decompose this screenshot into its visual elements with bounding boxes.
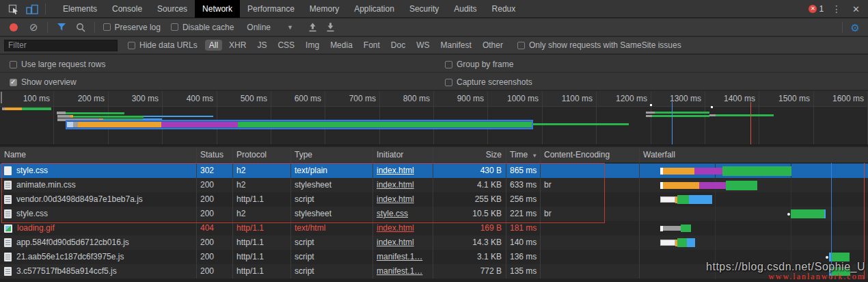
export-har-icon[interactable]	[326, 23, 335, 32]
table-row[interactable]: 21.aab56e1c187dc6f3975e.js200http/1.1scr…	[0, 250, 868, 264]
console-error-badge[interactable]: ✕ 1	[809, 4, 824, 14]
filter-pill-css[interactable]: CSS	[273, 40, 299, 51]
table-row[interactable]: 3.c577517fb485a914ccf5.js200http/1.1scri…	[0, 264, 868, 279]
waterfall-bar-segment	[699, 182, 726, 189]
samesite-checkbox[interactable]	[517, 42, 525, 49]
filter-funnel-icon[interactable]	[57, 23, 66, 31]
tab-memory[interactable]: Memory	[302, 0, 347, 18]
record-network-log-icon[interactable]	[10, 23, 18, 31]
search-icon[interactable]	[76, 23, 85, 32]
error-icon: ✕	[809, 5, 817, 13]
cell-size: 430 B	[433, 164, 506, 178]
more-options-icon[interactable]: ⋮	[830, 0, 843, 18]
cell-initiator[interactable]: index.html	[372, 221, 433, 235]
table-row[interactable]: vendor.00d3498d849a7e1beb7a.js200http/1.…	[0, 192, 868, 207]
overview-waterfall-bar	[646, 115, 652, 117]
throttling-value: Online	[247, 23, 271, 32]
throttling-dropdown[interactable]: Online ▼	[247, 23, 293, 32]
filter-pill-font[interactable]: Font	[360, 40, 384, 51]
cell-type: text/html	[290, 221, 372, 235]
tab-audits[interactable]: Audits	[446, 0, 484, 18]
table-row[interactable]: style.css200h2stylesheetstyle.css10.5 KB…	[0, 207, 868, 221]
column-header-protocol[interactable]: Protocol	[232, 147, 290, 163]
column-header-content-encoding[interactable]: Content-Encoding	[540, 147, 639, 163]
cell-initiator[interactable]: style.css	[372, 207, 433, 221]
cell-initiator[interactable]: index.html	[372, 192, 433, 207]
show-overview-checkbox[interactable]	[10, 79, 17, 86]
group-by-frame-checkbox[interactable]	[445, 61, 452, 68]
tab-application[interactable]: Application	[347, 0, 402, 18]
tab-security[interactable]: Security	[402, 0, 446, 18]
table-row[interactable]: style.css302h2text/plainindex.html430 B8…	[0, 164, 868, 178]
filter-pill-media[interactable]: Media	[326, 40, 357, 51]
use-large-rows-checkbox[interactable]	[10, 61, 17, 68]
disable-cache-checkbox[interactable]	[171, 23, 178, 31]
overview-ruler-label: 100 ms	[1, 94, 50, 103]
filter-pill-other[interactable]: Other	[478, 40, 507, 51]
column-separator[interactable]	[232, 147, 233, 279]
filter-pill-ws[interactable]: WS	[412, 40, 433, 51]
filter-pill-xhr[interactable]: XHR	[225, 40, 250, 51]
column-header-name[interactable]: Name	[0, 147, 196, 163]
table-row[interactable]: app.584f0d90d5d6712cb016.js200http/1.1sc…	[0, 235, 868, 250]
filter-pill-doc[interactable]: Doc	[387, 40, 409, 51]
column-header-status[interactable]: Status	[196, 147, 232, 163]
column-header-initiator[interactable]: Initiator	[372, 147, 433, 163]
inspect-element-icon[interactable]	[8, 3, 19, 14]
overview-waterfall-bar	[709, 114, 716, 116]
overview-ruler-label: 1400 ms	[706, 94, 755, 103]
column-separator[interactable]	[433, 147, 433, 279]
column-header-time[interactable]: Time▼	[506, 147, 540, 163]
clear-icon[interactable]: ⊘	[29, 23, 38, 32]
tab-network[interactable]: Network	[195, 0, 240, 18]
tab-elements[interactable]: Elements	[55, 0, 105, 18]
column-header-label: Protocol	[236, 150, 267, 159]
tab-performance[interactable]: Performance	[240, 0, 302, 18]
cell-status: 200	[196, 250, 232, 264]
overview-gridline	[487, 91, 488, 144]
tab-sources[interactable]: Sources	[150, 0, 195, 18]
cell-time: 181 ms	[506, 221, 540, 235]
network-overview-timeline[interactable]: 100 ms200 ms300 ms400 ms500 ms600 ms700 …	[0, 91, 868, 146]
filter-pill-js[interactable]: JS	[253, 40, 271, 51]
gear-icon[interactable]: ⚙	[851, 23, 860, 33]
column-header-type[interactable]: Type	[290, 147, 372, 163]
preserve-log-checkbox[interactable]	[103, 23, 111, 31]
cell-time: 140 ms	[506, 235, 540, 250]
table-row[interactable]: loading.gif404http/1.1text/htmlindex.htm…	[0, 221, 868, 235]
cell-status: 200	[196, 192, 232, 207]
disable-cache-option: Disable cache	[171, 23, 234, 32]
cell-size: 14.3 KB	[433, 235, 506, 250]
filter-pill-img[interactable]: Img	[301, 40, 323, 51]
cell-initiator[interactable]: index.html	[372, 178, 433, 192]
cell-initiator[interactable]: index.html	[372, 164, 433, 178]
capture-screenshots-checkbox[interactable]	[445, 79, 452, 86]
hide-data-urls-checkbox[interactable]	[128, 42, 135, 49]
column-separator[interactable]	[196, 147, 197, 279]
overview-waterfall-bar	[716, 114, 774, 116]
column-separator[interactable]	[372, 147, 373, 279]
cell-initiator[interactable]: manifest.1…	[372, 250, 433, 264]
close-devtools-icon[interactable]: ✕	[850, 4, 863, 14]
preserve-log-option: Preserve log	[103, 23, 161, 32]
filter-input[interactable]	[4, 40, 118, 51]
filter-pill-all[interactable]: All	[205, 40, 222, 51]
filter-pill-manifest[interactable]: Manifest	[437, 40, 476, 51]
cell-content-encoding: br	[540, 178, 639, 192]
table-row[interactable]: animate.min.css200h2stylesheetindex.html…	[0, 178, 868, 192]
column-separator[interactable]	[290, 147, 291, 279]
column-separator[interactable]	[506, 147, 506, 279]
cell-initiator[interactable]: manifest.1…	[372, 264, 433, 279]
column-header-size[interactable]: Size	[433, 147, 506, 163]
import-har-icon[interactable]	[308, 23, 317, 32]
column-header-waterfall[interactable]: Waterfall	[639, 147, 868, 163]
tab-redux[interactable]: Redux	[485, 0, 524, 18]
column-separator[interactable]	[540, 147, 541, 279]
cell-initiator[interactable]: index.html	[372, 235, 433, 250]
tab-console[interactable]: Console	[105, 0, 150, 18]
cell-type: stylesheet	[290, 207, 372, 221]
device-toolbar-icon[interactable]	[26, 3, 38, 14]
waterfall-gridline	[791, 163, 791, 279]
toolbar-separator	[842, 22, 843, 33]
column-separator[interactable]	[639, 147, 640, 279]
